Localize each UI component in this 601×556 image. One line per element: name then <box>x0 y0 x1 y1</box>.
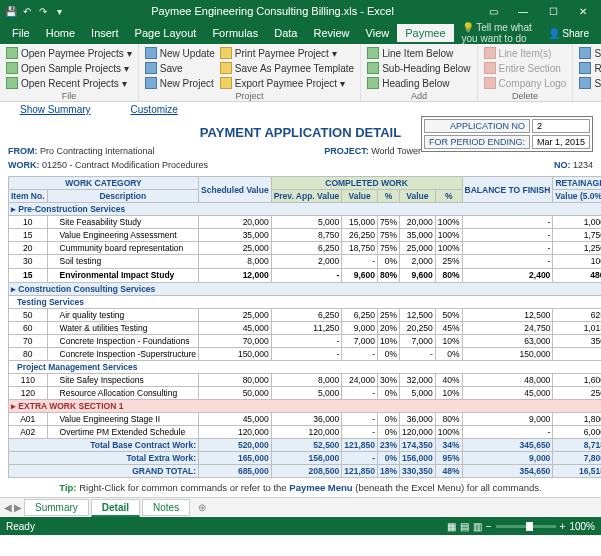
customize-link[interactable]: Customize <box>131 104 178 115</box>
table-row[interactable]: 70Concrete Inspection - Foundations70,00… <box>9 335 602 348</box>
new-project[interactable]: New Project <box>143 76 217 90</box>
table-row[interactable]: A02Overtime PM Extended Schedule120,0001… <box>9 426 602 439</box>
tab-view[interactable]: View <box>358 24 398 42</box>
table-row[interactable]: 10Site Feasability Study20,0005,00015,00… <box>9 216 602 229</box>
section-header[interactable]: ▸ Pre-Construction Services <box>9 203 602 216</box>
table-row[interactable]: 80Concrete Inspection -Superstructure150… <box>9 348 602 361</box>
tell-me[interactable]: 💡 Tell me what you want to do <box>454 22 540 44</box>
group-file-label: File <box>4 90 134 101</box>
print-paymee[interactable]: Print Paymee Project ▾ <box>218 46 356 60</box>
total-row: Total Extra Work:165,000156,000-0%156,00… <box>9 452 602 465</box>
del-section[interactable]: Entire Section <box>482 61 569 75</box>
section-header[interactable]: ▸ EXTRA WORK SECTION 1 <box>9 400 602 413</box>
tab-insert[interactable]: Insert <box>83 24 127 42</box>
view-page-icon[interactable]: ▤ <box>460 521 469 532</box>
ribbon: Open Paymee Projects ▾ Open Sample Proje… <box>0 44 601 102</box>
group-add-label: Add <box>365 90 472 101</box>
retainage-settings[interactable]: Retainage Settings <box>577 61 601 75</box>
tab-formulas[interactable]: Formulas <box>204 24 266 42</box>
ribbon-options-icon[interactable]: ▭ <box>479 6 507 17</box>
export-project[interactable]: Export Paymee Project ▾ <box>218 76 356 90</box>
minimize-icon[interactable]: — <box>509 6 537 17</box>
add-subheading[interactable]: Sub-Heading Below <box>365 61 472 75</box>
close-icon[interactable]: ✕ <box>569 6 597 17</box>
total-row: Total Base Contract Work:520,00052,50012… <box>9 439 602 452</box>
redo-icon[interactable]: ↷ <box>36 4 50 18</box>
document-area: PAYMENT APPLICATION DETAIL APPLICATION N… <box>0 117 601 497</box>
table-row[interactable]: 15Value Engineering Assessment35,0008,75… <box>9 229 602 242</box>
quick-access-toolbar: 💾 ↶ ↷ ▾ <box>4 4 66 18</box>
sheet-detail[interactable]: Detail <box>91 499 140 517</box>
new-update[interactable]: New Update <box>143 46 217 60</box>
tip-text: Tip: Right-Click for common commands or … <box>8 478 593 497</box>
tab-pagelayout[interactable]: Page Layout <box>127 24 205 42</box>
save-as-template[interactable]: Save As Paymee Template <box>218 61 356 75</box>
group-delete-label: Delete <box>482 90 569 101</box>
group-settings-label: Settings <box>577 90 601 101</box>
table-row[interactable]: A01Value Engineering Stage II45,00036,00… <box>9 413 602 426</box>
show-summary-link[interactable]: Show Summary <box>20 104 91 115</box>
window-title: Paymee Engineering Consulting Billing.xl… <box>66 5 479 17</box>
tab-file[interactable]: File <box>4 24 38 42</box>
table-row[interactable]: 60Water & utilities Testing45,00011,2509… <box>9 322 602 335</box>
group-project-label: Project <box>143 90 356 101</box>
tab-data[interactable]: Data <box>266 24 305 42</box>
open-paymee-projects[interactable]: Open Paymee Projects ▾ <box>4 46 134 60</box>
zoom-in-icon[interactable]: + <box>560 521 566 532</box>
view-normal-icon[interactable]: ▦ <box>447 521 456 532</box>
sheet-notes[interactable]: Notes <box>142 499 190 516</box>
titlebar: 💾 ↶ ↷ ▾ Paymee Engineering Consulting Bi… <box>0 0 601 22</box>
show-summary-chart[interactable]: Show Summary Chart <box>577 76 601 90</box>
table-row[interactable]: 30Soil testing8,0002,000-0%2,00025%-100S… <box>9 255 602 269</box>
zoom-level[interactable]: 100% <box>569 521 595 532</box>
sheet-next-icon[interactable]: ▶ <box>14 502 22 513</box>
qat-more-icon[interactable]: ▾ <box>52 4 66 18</box>
zoom-out-icon[interactable]: − <box>486 521 492 532</box>
sheet-tabs: ◀▶ Summary Detail Notes ⊕ <box>0 497 601 517</box>
zoom-slider[interactable] <box>496 525 556 528</box>
share-button[interactable]: 👤 Share <box>540 25 597 42</box>
statusbar: Ready ▦ ▤ ▥ − + 100% <box>0 517 601 535</box>
table-row[interactable]: 50Air quality testing25,0006,2506,25025%… <box>9 309 602 322</box>
ribbon-tabs: File Home Insert Page Layout Formulas Da… <box>0 22 601 44</box>
table-row[interactable]: 120Resource Allocation Consulting50,0005… <box>9 387 602 400</box>
section-header[interactable]: ▸ Construction Consulting Services <box>9 282 602 296</box>
table-row[interactable]: 20Cummunity board representation25,0006,… <box>9 242 602 255</box>
add-line-item[interactable]: Line Item Below <box>365 46 472 60</box>
total-row: GRAND TOTAL:685,000208,500121,85018%330,… <box>9 465 602 478</box>
tab-paymee[interactable]: Paymee <box>397 24 453 42</box>
add-heading[interactable]: Heading Below <box>365 76 472 90</box>
table-row[interactable]: 15Environmental Impact Study12,000-9,600… <box>9 268 602 282</box>
linkbar: Show Summary Customize <box>0 102 601 117</box>
payment-grid[interactable]: WORK CATEGORYScheduled Value COMPLETED W… <box>8 176 601 478</box>
maximize-icon[interactable]: ☐ <box>539 6 567 17</box>
application-box: APPLICATION NO2 FOR PERIOD ENDING:Mar 1,… <box>421 116 593 152</box>
undo-icon[interactable]: ↶ <box>20 4 34 18</box>
sheet-summary[interactable]: Summary <box>24 499 89 516</box>
save-button[interactable]: Save <box>143 61 217 75</box>
view-break-icon[interactable]: ▥ <box>473 521 482 532</box>
table-row[interactable]: 110Site Safey Inspections80,0008,00024,0… <box>9 374 602 387</box>
tab-review[interactable]: Review <box>305 24 357 42</box>
open-recent-projects[interactable]: Open Recent Projects ▾ <box>4 76 134 90</box>
tab-home[interactable]: Home <box>38 24 83 42</box>
status-ready: Ready <box>6 521 35 532</box>
del-line-items[interactable]: Line Item(s) <box>482 46 569 60</box>
add-sheet-icon[interactable]: ⊕ <box>192 502 212 513</box>
save-icon[interactable]: 💾 <box>4 4 18 18</box>
open-sample-projects[interactable]: Open Sample Projects ▾ <box>4 61 134 75</box>
setup-options[interactable]: Setup and Options <box>577 46 601 60</box>
del-logo[interactable]: Company Logo <box>482 76 569 90</box>
sheet-prev-icon[interactable]: ◀ <box>4 502 12 513</box>
